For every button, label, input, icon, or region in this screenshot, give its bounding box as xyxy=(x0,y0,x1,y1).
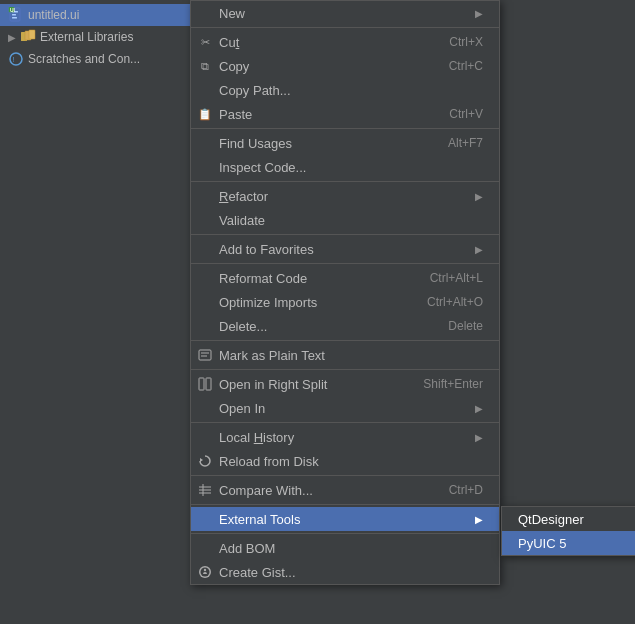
tree-item-label: untitled.ui xyxy=(28,8,79,22)
menu-item-create-gist[interactable]: Create Gist... xyxy=(191,560,499,584)
tree-item-label: Scratches and Con... xyxy=(28,52,140,66)
menu-separator xyxy=(191,504,499,505)
tree-item-external-libraries[interactable]: ▶ External Libraries xyxy=(0,26,190,48)
tree-item-scratches[interactable]: ! Scratches and Con... xyxy=(0,48,190,70)
svg-rect-3 xyxy=(12,17,17,19)
external-tools-submenu: QtDesigner PyUIC 5 xyxy=(501,506,635,556)
svg-text:!: ! xyxy=(13,56,15,63)
menu-separator xyxy=(191,533,499,534)
menu-item-paste[interactable]: 📋 Paste Ctrl+V xyxy=(191,102,499,126)
submenu-arrow-icon: ▶ xyxy=(475,191,483,202)
submenu-arrow-icon: ▶ xyxy=(475,8,483,19)
menu-separator xyxy=(191,181,499,182)
context-menu: New ▶ ✂ Cut Ctrl+X ⧉ Copy Ctrl+C Copy Pa… xyxy=(190,0,500,585)
submenu-item-qtdesigner[interactable]: QtDesigner xyxy=(502,507,635,531)
submenu-item-pyuic5[interactable]: PyUIC 5 xyxy=(502,531,635,555)
menu-separator xyxy=(191,27,499,28)
svg-rect-15 xyxy=(206,378,211,390)
menu-separator xyxy=(191,340,499,341)
menu-item-optimize-imports[interactable]: Optimize Imports Ctrl+Alt+O xyxy=(191,290,499,314)
reload-icon xyxy=(197,453,213,469)
svg-rect-14 xyxy=(199,378,204,390)
project-tree: UI untitled.ui ▶ External Libraries ! Sc… xyxy=(0,0,190,624)
tree-item-untitled-ui[interactable]: UI untitled.ui xyxy=(0,4,190,26)
menu-item-inspect-code[interactable]: Inspect Code... xyxy=(191,155,499,179)
menu-item-find-usages[interactable]: Find Usages Alt+F7 xyxy=(191,131,499,155)
menu-separator xyxy=(191,475,499,476)
menu-item-copy-path[interactable]: Copy Path... xyxy=(191,78,499,102)
plain-text-icon xyxy=(197,347,213,363)
menu-item-cut[interactable]: ✂ Cut Ctrl+X xyxy=(191,30,499,54)
menu-item-external-tools[interactable]: External Tools ▶ QtDesigner PyUIC 5 xyxy=(191,507,499,531)
menu-item-validate[interactable]: Validate xyxy=(191,208,499,232)
svg-rect-8 xyxy=(29,30,35,39)
menu-item-reformat[interactable]: Reformat Code Ctrl+Alt+L xyxy=(191,266,499,290)
copy-icon: ⧉ xyxy=(197,58,213,74)
menu-item-open-right-split[interactable]: Open in Right Split Shift+Enter xyxy=(191,372,499,396)
library-icon xyxy=(20,29,36,45)
menu-item-mark-plain[interactable]: Mark as Plain Text xyxy=(191,343,499,367)
paste-icon: 📋 xyxy=(197,106,213,122)
svg-marker-16 xyxy=(200,458,203,462)
menu-separator xyxy=(191,263,499,264)
submenu-arrow-icon: ▶ xyxy=(475,514,483,525)
menu-separator xyxy=(191,369,499,370)
menu-item-copy[interactable]: ⧉ Copy Ctrl+C xyxy=(191,54,499,78)
menu-item-reload-disk[interactable]: Reload from Disk xyxy=(191,449,499,473)
menu-item-add-bom[interactable]: Add BOM xyxy=(191,536,499,560)
compare-icon xyxy=(197,482,213,498)
submenu-arrow-icon: ▶ xyxy=(475,403,483,414)
menu-item-delete[interactable]: Delete... Delete xyxy=(191,314,499,338)
scratches-icon: ! xyxy=(8,51,24,67)
github-icon xyxy=(197,564,213,580)
submenu-arrow-icon: ▶ xyxy=(475,244,483,255)
svg-rect-11 xyxy=(199,350,211,360)
menu-separator xyxy=(191,234,499,235)
menu-item-add-favorites[interactable]: Add to Favorites ▶ xyxy=(191,237,499,261)
svg-rect-2 xyxy=(12,14,16,16)
svg-text:UI: UI xyxy=(10,7,16,13)
menu-separator xyxy=(191,422,499,423)
menu-separator xyxy=(191,128,499,129)
menu-item-local-history[interactable]: Local History ▶ xyxy=(191,425,499,449)
menu-item-open-in[interactable]: Open In ▶ xyxy=(191,396,499,420)
tree-item-label: External Libraries xyxy=(40,30,133,44)
ui-file-icon: UI xyxy=(8,7,24,23)
menu-item-new[interactable]: New ▶ xyxy=(191,1,499,25)
cut-icon: ✂ xyxy=(197,34,213,50)
menu-item-compare-with[interactable]: Compare With... Ctrl+D xyxy=(191,478,499,502)
submenu-arrow-icon: ▶ xyxy=(475,432,483,443)
split-icon xyxy=(197,376,213,392)
svg-point-23 xyxy=(204,569,206,571)
menu-item-refactor[interactable]: Refactor ▶ xyxy=(191,184,499,208)
